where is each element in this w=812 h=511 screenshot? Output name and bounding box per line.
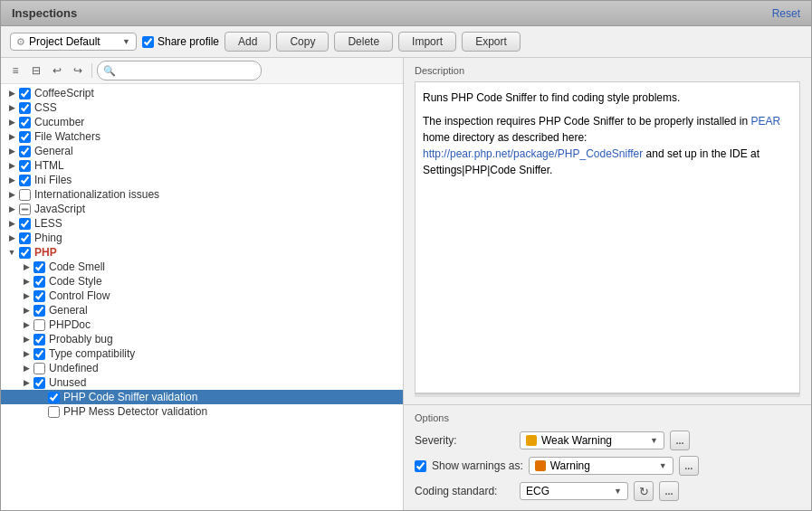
label-javascript: JavaScript bbox=[34, 203, 85, 215]
checkbox-file-watchers[interactable] bbox=[19, 131, 31, 143]
checkbox-phpdoc[interactable] bbox=[33, 319, 45, 331]
pear-link[interactable]: PEAR bbox=[750, 115, 780, 128]
redo-icon[interactable]: ↪ bbox=[69, 62, 87, 80]
coding-std-more-button[interactable]: ... bbox=[659, 481, 679, 501]
tree-item-php[interactable]: ▼PHP bbox=[1, 245, 403, 260]
expand-arrow-probably-bug: ▶ bbox=[19, 335, 33, 344]
tree-item-php-mess-detector[interactable]: PHP Mess Detector validation bbox=[1, 404, 403, 419]
refresh-button[interactable]: ↻ bbox=[634, 481, 654, 501]
expand-arrow-phpdoc: ▶ bbox=[19, 320, 33, 329]
tree-item-undefined[interactable]: ▶Undefined bbox=[1, 361, 403, 375]
tree-item-type-compat[interactable]: ▶Type compatibility bbox=[1, 346, 403, 361]
tree-item-ini-files[interactable]: ▶Ini Files bbox=[1, 173, 403, 187]
coding-std-chevron-icon: ▼ bbox=[614, 487, 622, 496]
tree-item-general[interactable]: ▶General bbox=[1, 144, 403, 158]
share-profile-label: Share profile bbox=[158, 35, 219, 48]
checkbox-i18n[interactable] bbox=[19, 189, 31, 201]
tree-item-phing[interactable]: ▶Phing bbox=[1, 231, 403, 245]
label-css: CSS bbox=[34, 101, 57, 114]
expand-arrow-phing: ▶ bbox=[5, 233, 19, 242]
tree-item-coffeescript[interactable]: ▶CoffeeScript bbox=[1, 86, 403, 100]
severity-more-button[interactable]: ... bbox=[670, 431, 690, 450]
tree-item-unused[interactable]: ▶Unused bbox=[1, 375, 403, 390]
checkbox-html[interactable] bbox=[19, 160, 31, 172]
expand-arrow-type-compat: ▶ bbox=[19, 349, 33, 358]
export-button[interactable]: Export bbox=[462, 32, 521, 52]
import-button[interactable]: Import bbox=[398, 32, 456, 52]
description-resizer[interactable] bbox=[415, 393, 800, 397]
checkbox-ini-files[interactable] bbox=[19, 175, 31, 186]
label-general: General bbox=[34, 145, 73, 157]
checkbox-javascript[interactable] bbox=[19, 203, 31, 215]
checkbox-general2[interactable] bbox=[33, 305, 45, 317]
undo-icon[interactable]: ↩ bbox=[48, 62, 66, 80]
expand-arrow-i18n: ▶ bbox=[5, 190, 19, 199]
checkbox-php[interactable] bbox=[19, 247, 31, 259]
checkbox-control-flow[interactable] bbox=[33, 290, 45, 302]
reset-button[interactable]: Reset bbox=[772, 7, 800, 20]
checkbox-css[interactable] bbox=[19, 102, 31, 114]
tree-item-css[interactable]: ▶CSS bbox=[1, 100, 403, 115]
checkbox-type-compat[interactable] bbox=[33, 348, 45, 360]
pear-url-link[interactable]: http://pear.php.net/package/PHP_CodeSnif… bbox=[423, 147, 643, 160]
chevron-down-icon: ▼ bbox=[122, 37, 130, 46]
tree-item-general2[interactable]: ▶General bbox=[1, 303, 403, 317]
show-warnings-checkbox[interactable] bbox=[415, 460, 426, 472]
add-button[interactable]: Add bbox=[224, 32, 271, 52]
label-cucumber: Cucumber bbox=[34, 116, 84, 128]
expand-arrow-control-flow: ▶ bbox=[19, 291, 33, 300]
tree-item-less[interactable]: ▶LESS bbox=[1, 216, 403, 231]
checkbox-probably-bug[interactable] bbox=[33, 334, 45, 345]
severity-row: Severity: Weak Warning ▼ ... bbox=[415, 431, 800, 450]
copy-button[interactable]: Copy bbox=[276, 32, 329, 52]
tree-item-javascript[interactable]: ▶JavaScript bbox=[1, 202, 403, 216]
expand-all-icon[interactable]: ≡ bbox=[6, 62, 24, 80]
expand-arrow-general: ▶ bbox=[5, 147, 19, 156]
tree-item-code-style[interactable]: ▶Code Style bbox=[1, 274, 403, 289]
expand-arrow-html: ▶ bbox=[5, 161, 19, 170]
severity-dropdown[interactable]: Weak Warning ▼ bbox=[520, 431, 664, 449]
tree-item-phpdoc[interactable]: ▶PHPDoc bbox=[1, 317, 403, 332]
show-warnings-dropdown[interactable]: Warning ▼ bbox=[529, 457, 673, 475]
label-control-flow: Control Flow bbox=[49, 289, 110, 302]
severity-value: Weak Warning bbox=[541, 434, 645, 447]
label-php-mess-detector: PHP Mess Detector validation bbox=[63, 405, 207, 418]
show-warnings-more-button[interactable]: ... bbox=[679, 456, 699, 476]
tree-item-php-code-sniffer[interactable]: PHP Code Sniffer validation bbox=[1, 390, 403, 404]
severity-color-dot bbox=[526, 435, 537, 446]
checkbox-cucumber[interactable] bbox=[19, 117, 31, 128]
checkbox-coffeescript[interactable] bbox=[19, 88, 31, 99]
tree-item-html[interactable]: ▶HTML bbox=[1, 158, 403, 173]
delete-button[interactable]: Delete bbox=[334, 32, 393, 52]
checkbox-php-mess-detector[interactable] bbox=[48, 406, 60, 418]
description-section: Description Runs PHP Code Sniffer to fin… bbox=[404, 58, 811, 404]
checkbox-undefined[interactable] bbox=[33, 363, 45, 374]
tree-item-i18n[interactable]: ▶Internationalization issues bbox=[1, 187, 403, 202]
options-section: Options Severity: Weak Warning ▼ ... Sho… bbox=[404, 404, 811, 510]
tree-item-cucumber[interactable]: ▶Cucumber bbox=[1, 115, 403, 129]
show-warnings-label: Show warnings as: bbox=[432, 459, 523, 472]
checkbox-general[interactable] bbox=[19, 146, 31, 157]
search-input[interactable] bbox=[97, 61, 262, 80]
checkbox-php-code-sniffer[interactable] bbox=[48, 392, 60, 403]
title-bar: Inspections Reset bbox=[1, 1, 811, 26]
checkbox-phing[interactable] bbox=[19, 232, 31, 244]
share-profile-checkbox[interactable] bbox=[142, 36, 154, 48]
expand-arrow-css: ▶ bbox=[5, 103, 19, 112]
tree-item-probably-bug[interactable]: ▶Probably bug bbox=[1, 332, 403, 346]
tree-item-file-watchers[interactable]: ▶File Watchers bbox=[1, 129, 403, 144]
checkbox-less[interactable] bbox=[19, 218, 31, 230]
checkbox-code-smell[interactable] bbox=[33, 261, 45, 273]
profile-dropdown[interactable]: ⚙ Project Default ▼ bbox=[10, 33, 137, 51]
checkbox-unused[interactable] bbox=[33, 377, 45, 389]
label-phpdoc: PHPDoc bbox=[49, 318, 91, 331]
dialog-title: Inspections bbox=[12, 6, 77, 20]
coding-standard-dropdown[interactable]: ECG ▼ bbox=[520, 482, 628, 500]
label-phing: Phing bbox=[34, 232, 62, 244]
tree-item-code-smell[interactable]: ▶Code Smell bbox=[1, 260, 403, 274]
collapse-all-icon[interactable]: ⊟ bbox=[27, 62, 45, 80]
tree-item-control-flow[interactable]: ▶Control Flow bbox=[1, 289, 403, 303]
show-warnings-value: Warning bbox=[550, 459, 654, 472]
expand-arrow-less: ▶ bbox=[5, 219, 19, 228]
checkbox-code-style[interactable] bbox=[33, 276, 45, 288]
